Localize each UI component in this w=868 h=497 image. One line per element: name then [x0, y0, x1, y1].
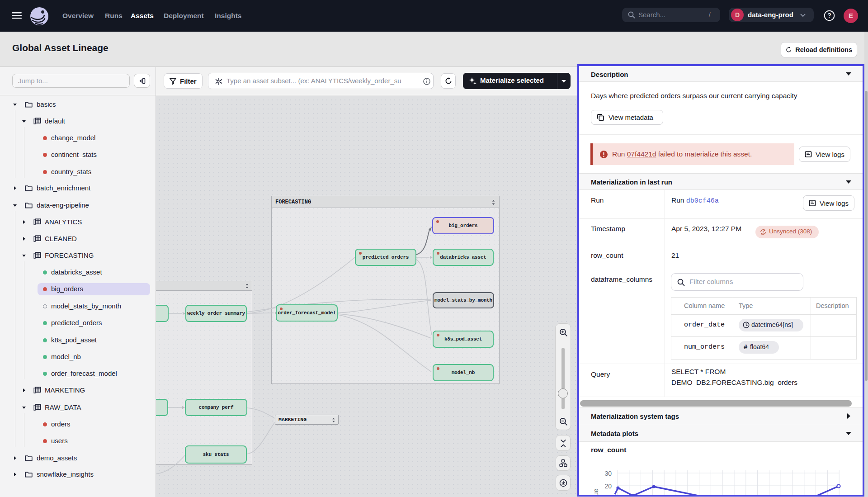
- svg-text:30: 30: [604, 470, 612, 477]
- svg-text:?: ?: [827, 12, 831, 19]
- svg-text:Value: Value: [592, 488, 599, 495]
- svg-text:20: 20: [604, 483, 612, 490]
